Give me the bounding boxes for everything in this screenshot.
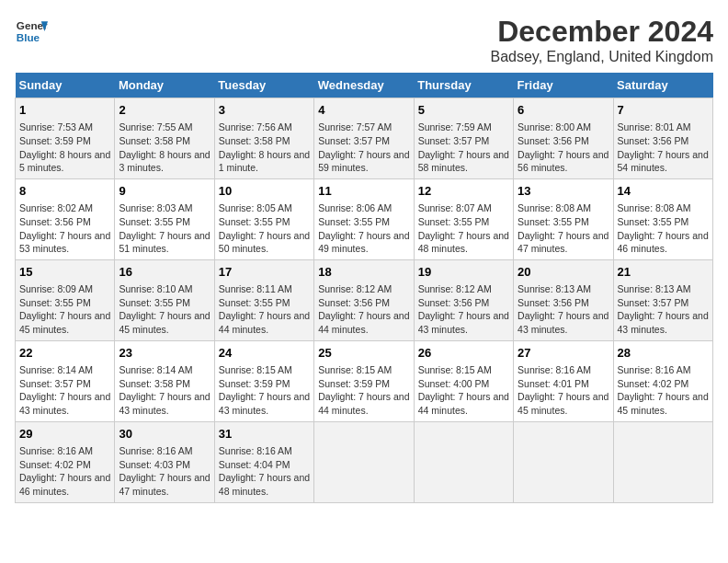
calendar-day-2: 2Sunrise: 7:55 AMSunset: 3:58 PMDaylight… <box>115 98 214 179</box>
calendar-day-9: 9Sunrise: 8:03 AMSunset: 3:55 PMDaylight… <box>115 178 214 259</box>
header-day-tuesday: Tuesday <box>214 73 313 98</box>
day-content: Sunrise: 8:15 AMSunset: 4:00 PMDaylight:… <box>418 363 509 418</box>
day-content: Sunrise: 8:06 AMSunset: 3:55 PMDaylight:… <box>318 201 409 256</box>
day-content: Sunrise: 7:59 AMSunset: 3:57 PMDaylight:… <box>418 121 509 175</box>
empty-cell <box>613 421 712 502</box>
calendar-day-10: 10Sunrise: 8:05 AMSunset: 3:55 PMDayligh… <box>214 178 313 259</box>
day-number: 25 <box>318 345 409 362</box>
day-content: Sunrise: 8:02 AMSunset: 3:56 PMDaylight:… <box>19 201 110 256</box>
day-number: 3 <box>219 102 310 119</box>
day-number: 10 <box>219 183 310 200</box>
day-number: 19 <box>418 264 509 281</box>
calendar-day-30: 30Sunrise: 8:16 AMSunset: 4:03 PMDayligh… <box>115 421 214 502</box>
day-content: Sunrise: 8:10 AMSunset: 3:55 PMDaylight:… <box>119 282 210 337</box>
day-number: 24 <box>219 345 310 362</box>
header-day-friday: Friday <box>514 73 613 98</box>
calendar-day-16: 16Sunrise: 8:10 AMSunset: 3:55 PMDayligh… <box>115 259 214 340</box>
day-content: Sunrise: 7:57 AMSunset: 3:57 PMDaylight:… <box>318 121 409 175</box>
day-number: 7 <box>618 102 709 119</box>
header-row: SundayMondayTuesdayWednesdayThursdayFrid… <box>16 73 713 98</box>
day-number: 6 <box>518 102 609 119</box>
header-day-monday: Monday <box>115 73 214 98</box>
title-area: December 2024 Badsey, England, United Ki… <box>490 15 713 65</box>
calendar-day-13: 13Sunrise: 8:08 AMSunset: 3:55 PMDayligh… <box>514 178 613 259</box>
calendar-day-17: 17Sunrise: 8:11 AMSunset: 3:55 PMDayligh… <box>214 259 313 340</box>
header-day-thursday: Thursday <box>414 73 513 98</box>
calendar-week-5: 29Sunrise: 8:16 AMSunset: 4:02 PMDayligh… <box>16 421 713 502</box>
logo-icon: General Blue <box>15 15 48 48</box>
calendar-day-14: 14Sunrise: 8:08 AMSunset: 3:55 PMDayligh… <box>613 178 712 259</box>
main-title: December 2024 <box>490 15 713 49</box>
day-number: 15 <box>19 264 110 281</box>
day-content: Sunrise: 7:55 AMSunset: 3:58 PMDaylight:… <box>119 121 210 175</box>
day-number: 23 <box>119 345 210 362</box>
calendar-day-26: 26Sunrise: 8:15 AMSunset: 4:00 PMDayligh… <box>414 340 513 421</box>
day-number: 20 <box>518 264 609 281</box>
calendar-day-12: 12Sunrise: 8:07 AMSunset: 3:55 PMDayligh… <box>414 178 513 259</box>
calendar-day-19: 19Sunrise: 8:12 AMSunset: 3:56 PMDayligh… <box>414 259 513 340</box>
day-number: 12 <box>418 183 509 200</box>
day-number: 11 <box>318 183 409 200</box>
calendar-day-23: 23Sunrise: 8:14 AMSunset: 3:58 PMDayligh… <box>115 340 214 421</box>
day-number: 21 <box>618 264 709 281</box>
day-content: Sunrise: 8:08 AMSunset: 3:55 PMDaylight:… <box>518 201 609 256</box>
day-number: 22 <box>19 345 110 362</box>
day-content: Sunrise: 8:16 AMSunset: 4:04 PMDaylight:… <box>219 444 310 499</box>
empty-cell <box>414 421 513 502</box>
calendar-day-4: 4Sunrise: 7:57 AMSunset: 3:57 PMDaylight… <box>314 98 414 179</box>
header-day-wednesday: Wednesday <box>314 73 414 98</box>
day-number: 27 <box>518 345 609 362</box>
day-content: Sunrise: 8:16 AMSunset: 4:01 PMDaylight:… <box>518 363 609 418</box>
header-day-saturday: Saturday <box>613 73 712 98</box>
day-content: Sunrise: 7:56 AMSunset: 3:58 PMDaylight:… <box>219 121 310 175</box>
day-content: Sunrise: 8:13 AMSunset: 3:56 PMDaylight:… <box>518 282 609 337</box>
calendar-day-8: 8Sunrise: 8:02 AMSunset: 3:56 PMDaylight… <box>16 178 115 259</box>
empty-cell <box>514 421 613 502</box>
calendar-day-24: 24Sunrise: 8:15 AMSunset: 3:59 PMDayligh… <box>214 340 313 421</box>
day-content: Sunrise: 8:05 AMSunset: 3:55 PMDaylight:… <box>219 201 310 256</box>
day-number: 1 <box>19 102 110 119</box>
calendar-day-22: 22Sunrise: 8:14 AMSunset: 3:57 PMDayligh… <box>16 340 115 421</box>
day-number: 14 <box>618 183 709 200</box>
calendar-day-15: 15Sunrise: 8:09 AMSunset: 3:55 PMDayligh… <box>16 259 115 340</box>
calendar-day-29: 29Sunrise: 8:16 AMSunset: 4:02 PMDayligh… <box>16 421 115 502</box>
day-content: Sunrise: 8:09 AMSunset: 3:55 PMDaylight:… <box>19 282 110 337</box>
calendar-week-1: 1Sunrise: 7:53 AMSunset: 3:59 PMDaylight… <box>16 98 713 179</box>
day-content: Sunrise: 8:12 AMSunset: 3:56 PMDaylight:… <box>418 282 509 337</box>
day-number: 8 <box>19 183 110 200</box>
day-content: Sunrise: 8:07 AMSunset: 3:55 PMDaylight:… <box>418 201 509 256</box>
day-content: Sunrise: 8:14 AMSunset: 3:57 PMDaylight:… <box>19 363 110 418</box>
calendar-day-21: 21Sunrise: 8:13 AMSunset: 3:57 PMDayligh… <box>613 259 712 340</box>
day-number: 9 <box>119 183 210 200</box>
day-content: Sunrise: 8:16 AMSunset: 4:02 PMDaylight:… <box>618 363 709 418</box>
calendar-body: 1Sunrise: 7:53 AMSunset: 3:59 PMDaylight… <box>16 98 713 503</box>
calendar-day-7: 7Sunrise: 8:01 AMSunset: 3:56 PMDaylight… <box>613 98 712 179</box>
day-number: 17 <box>219 264 310 281</box>
calendar-day-11: 11Sunrise: 8:06 AMSunset: 3:55 PMDayligh… <box>314 178 414 259</box>
calendar-day-28: 28Sunrise: 8:16 AMSunset: 4:02 PMDayligh… <box>613 340 712 421</box>
day-content: Sunrise: 8:15 AMSunset: 3:59 PMDaylight:… <box>318 363 409 418</box>
calendar-week-3: 15Sunrise: 8:09 AMSunset: 3:55 PMDayligh… <box>16 259 713 340</box>
day-content: Sunrise: 8:13 AMSunset: 3:57 PMDaylight:… <box>618 282 709 337</box>
calendar-day-5: 5Sunrise: 7:59 AMSunset: 3:57 PMDaylight… <box>414 98 513 179</box>
calendar-day-25: 25Sunrise: 8:15 AMSunset: 3:59 PMDayligh… <box>314 340 414 421</box>
calendar-day-27: 27Sunrise: 8:16 AMSunset: 4:01 PMDayligh… <box>514 340 613 421</box>
calendar-table: SundayMondayTuesdayWednesdayThursdayFrid… <box>15 73 713 503</box>
svg-text:Blue: Blue <box>17 31 40 43</box>
calendar-day-18: 18Sunrise: 8:12 AMSunset: 3:56 PMDayligh… <box>314 259 414 340</box>
day-number: 13 <box>518 183 609 200</box>
day-content: Sunrise: 8:14 AMSunset: 3:58 PMDaylight:… <box>119 363 210 418</box>
day-number: 30 <box>119 426 210 442</box>
day-content: Sunrise: 8:12 AMSunset: 3:56 PMDaylight:… <box>318 282 409 337</box>
day-number: 4 <box>318 102 409 119</box>
subtitle: Badsey, England, United Kingdom <box>490 49 713 65</box>
day-number: 26 <box>418 345 509 362</box>
calendar-day-1: 1Sunrise: 7:53 AMSunset: 3:59 PMDaylight… <box>16 98 115 179</box>
day-number: 2 <box>119 102 210 119</box>
day-number: 28 <box>618 345 709 362</box>
day-content: Sunrise: 8:08 AMSunset: 3:55 PMDaylight:… <box>618 201 709 256</box>
empty-cell <box>314 421 414 502</box>
day-number: 29 <box>19 426 110 442</box>
day-content: Sunrise: 8:00 AMSunset: 3:56 PMDaylight:… <box>518 121 609 175</box>
day-number: 16 <box>119 264 210 281</box>
